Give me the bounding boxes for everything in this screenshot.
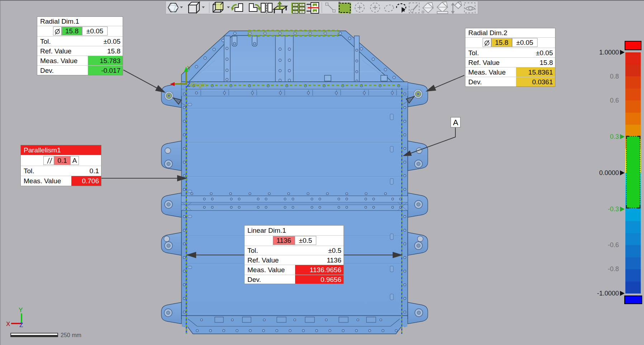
svg-text:Z: Z (19, 322, 23, 329)
svg-text:Z: Z (187, 81, 190, 88)
svg-text:-1.0000: -1.0000 (597, 290, 619, 297)
svg-text:Origin: Origin (190, 81, 207, 88)
svg-text:-0.3: -0.3 (608, 205, 619, 213)
svg-text:X: X (6, 321, 10, 327)
svg-text:-0.8: -0.8 (608, 265, 619, 273)
svg-text:0.6: 0.6 (610, 97, 619, 104)
svg-text:Y: Y (187, 65, 191, 71)
svg-text:0.0000: 0.0000 (599, 169, 619, 176)
svg-text:Y: Y (19, 307, 23, 313)
svg-text:0.3: 0.3 (610, 133, 619, 140)
svg-text:1.0000: 1.0000 (599, 49, 619, 56)
svg-text:-0.6: -0.6 (608, 241, 619, 249)
svg-text:250 mm: 250 mm (61, 332, 81, 338)
svg-text:0.8: 0.8 (610, 73, 619, 80)
svg-text:A: A (453, 118, 458, 127)
